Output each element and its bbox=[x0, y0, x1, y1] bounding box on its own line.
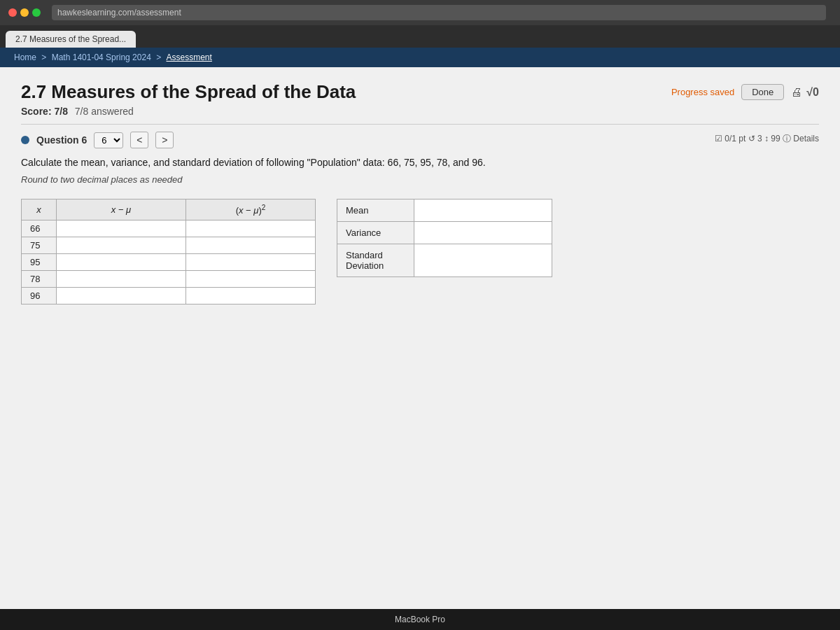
xmu-cell-3[interactable] bbox=[57, 271, 186, 288]
variance-row: Variance bbox=[337, 222, 552, 244]
variance-label: Variance bbox=[337, 222, 414, 244]
points-info: ☑ 0/1 pt ↺ 3 ↕ 99 ⓘ Details bbox=[710, 133, 819, 145]
x-value-2: 95 bbox=[22, 254, 57, 271]
x-value-3: 78 bbox=[22, 271, 57, 288]
breadcrumb-course[interactable]: Math 1401-04 Spring 2024 bbox=[52, 52, 151, 62]
table-row: 95 bbox=[22, 254, 316, 271]
question-label: Question 6 bbox=[36, 134, 87, 146]
mean-row: Mean bbox=[337, 200, 552, 222]
breadcrumb-home[interactable]: Home bbox=[14, 52, 36, 62]
breadcrumb-current: Assessment bbox=[167, 52, 212, 62]
browser-chrome: hawkeslearning.com/assessment bbox=[0, 0, 840, 25]
xmu2-input-0[interactable] bbox=[189, 222, 312, 235]
xmu-cell-2[interactable] bbox=[57, 254, 186, 271]
icon-group: 🖨 √0 bbox=[791, 86, 819, 99]
tab-bar: 2.7 Measures of the Spread... bbox=[0, 25, 840, 48]
round-note: Round to two decimal places as needed bbox=[21, 174, 819, 185]
xmu-cell-1[interactable] bbox=[57, 237, 186, 254]
std-dev-label: StandardDeviation bbox=[337, 244, 414, 277]
question-nav: Question 6 6 < > bbox=[21, 132, 174, 148]
variance-input[interactable] bbox=[421, 226, 545, 239]
xmu2-cell-1[interactable] bbox=[186, 237, 316, 254]
breadcrumb-bar: Home > Math 1401-04 Spring 2024 > Assess… bbox=[0, 48, 840, 67]
minimize-button[interactable] bbox=[20, 8, 29, 17]
mean-label: Mean bbox=[337, 200, 414, 222]
close-button[interactable] bbox=[8, 8, 17, 17]
xmu2-cell-0[interactable] bbox=[186, 220, 316, 237]
std-dev-row: StandardDeviation bbox=[337, 244, 552, 277]
xmu2-input-1[interactable] bbox=[189, 239, 312, 252]
col-x-header: x bbox=[22, 200, 57, 220]
x-value-1: 75 bbox=[22, 237, 57, 254]
sqrt-icon[interactable]: √0 bbox=[806, 86, 819, 99]
xmu-input-1[interactable] bbox=[59, 239, 183, 252]
score-label: Score: 7/8 bbox=[21, 106, 68, 117]
col-xmu-header: x − μ bbox=[57, 200, 186, 220]
tables-area: x x − μ (x − μ)2 6675957896 bbox=[21, 199, 819, 304]
xmu2-input-4[interactable] bbox=[189, 289, 312, 302]
xmu-cell-0[interactable] bbox=[57, 220, 186, 237]
mean-input-cell[interactable] bbox=[414, 200, 552, 222]
std-dev-input-cell[interactable] bbox=[414, 244, 552, 277]
xmu-input-4[interactable] bbox=[59, 289, 183, 302]
header-row: 2.7 Measures of the Spread of the Data S… bbox=[21, 81, 819, 117]
score-answered: 7/8 answered bbox=[75, 106, 134, 117]
x-value-0: 66 bbox=[22, 220, 57, 237]
done-button[interactable]: Done bbox=[741, 84, 784, 100]
table-row: 96 bbox=[22, 288, 316, 304]
main-content: Home > Math 1401-04 Spring 2024 > Assess… bbox=[0, 48, 840, 609]
table-row: 75 bbox=[22, 237, 316, 254]
mean-input[interactable] bbox=[421, 204, 545, 217]
header-divider bbox=[21, 124, 819, 125]
data-table: x x − μ (x − μ)2 6675957896 bbox=[21, 199, 316, 304]
xmu-input-3[interactable] bbox=[59, 272, 183, 286]
xmu-input-0[interactable] bbox=[59, 222, 183, 235]
progress-saved: Progress saved bbox=[671, 87, 734, 97]
taskbar: MacBook Pro bbox=[0, 609, 840, 630]
results-table: Mean Variance StandardDeviation bbox=[337, 199, 552, 277]
prev-question-button[interactable]: < bbox=[130, 132, 148, 148]
taskbar-label: MacBook Pro bbox=[395, 615, 445, 624]
printer-icon[interactable]: 🖨 bbox=[791, 86, 802, 99]
xmu2-cell-3[interactable] bbox=[186, 271, 316, 288]
table-row: 78 bbox=[22, 271, 316, 288]
xmu2-cell-4[interactable] bbox=[186, 288, 316, 304]
xmu-input-2[interactable] bbox=[59, 255, 183, 269]
variance-input-cell[interactable] bbox=[414, 222, 552, 244]
xmu2-input-3[interactable] bbox=[189, 272, 312, 286]
score-line: Score: 7/8 7/8 answered bbox=[21, 106, 356, 117]
xmu-cell-4[interactable] bbox=[57, 288, 186, 304]
question-dropdown[interactable]: 6 bbox=[94, 132, 123, 148]
xmu2-input-2[interactable] bbox=[189, 255, 312, 269]
page-title: 2.7 Measures of the Spread of the Data bbox=[21, 81, 356, 103]
top-right-controls: Progress saved Done 🖨 √0 bbox=[671, 84, 819, 100]
col-xmu2-header: (x − μ)2 bbox=[186, 200, 316, 220]
active-tab[interactable]: 2.7 Measures of the Spread... bbox=[6, 31, 136, 48]
breadcrumb: Home > Math 1401-04 Spring 2024 > Assess… bbox=[14, 52, 212, 62]
table-row: 66 bbox=[22, 220, 316, 237]
next-question-button[interactable]: > bbox=[155, 132, 174, 148]
maximize-button[interactable] bbox=[32, 8, 41, 17]
x-value-4: 96 bbox=[22, 288, 57, 304]
question-text: Calculate the mean, variance, and standa… bbox=[21, 155, 819, 170]
address-bar[interactable]: hawkeslearning.com/assessment bbox=[52, 5, 826, 20]
xmu2-cell-2[interactable] bbox=[186, 254, 316, 271]
std-dev-input[interactable] bbox=[421, 254, 545, 267]
question-status-dot bbox=[21, 136, 29, 144]
header-left: 2.7 Measures of the Spread of the Data S… bbox=[21, 81, 356, 117]
page-wrapper: 2.7 Measures of the Spread of the Data S… bbox=[0, 67, 840, 609]
window-controls bbox=[8, 8, 41, 17]
